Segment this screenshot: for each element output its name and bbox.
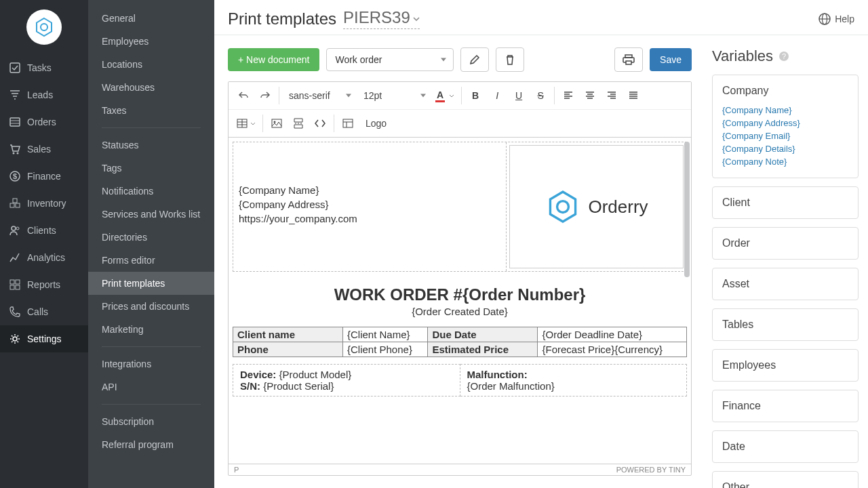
doc-device-table[interactable]: Device: {Product Model} S/N: {Product Se… — [233, 364, 687, 396]
layout-icon — [342, 119, 353, 128]
nav-calls[interactable]: Calls — [0, 298, 88, 325]
editor-canvas[interactable]: {Company Name} {Company Address} https:/… — [229, 138, 691, 464]
bold-button[interactable]: B — [465, 85, 486, 106]
svg-rect-25 — [626, 61, 631, 64]
variable-item[interactable]: {Company Details} — [722, 142, 848, 155]
doc-info-table[interactable]: Client name {Client Name} Due Date {Orde… — [233, 327, 687, 357]
nav-inventory[interactable]: Inventory — [0, 190, 88, 217]
subnav-print-templates[interactable]: Print templates — [88, 272, 214, 295]
var-group-employees[interactable]: Employees — [712, 349, 859, 382]
page-title: Print templates — [228, 9, 336, 28]
subnav-marketing[interactable]: Marketing — [88, 318, 214, 341]
chart-icon — [9, 252, 20, 263]
subnav-warehouses[interactable]: Warehouses — [88, 76, 214, 99]
var-group-date[interactable]: Date — [712, 430, 859, 463]
text-color-button[interactable]: A — [431, 85, 458, 106]
help-button[interactable]: Help — [818, 13, 854, 25]
code-icon — [315, 119, 326, 127]
svg-rect-16 — [16, 280, 20, 284]
subnav-forms-editor[interactable]: Forms editor — [88, 249, 214, 272]
subnav-directories[interactable]: Directories — [88, 226, 214, 249]
var-group-company[interactable]: Company{Company Name}{Company Address}{C… — [712, 75, 859, 178]
edit-button[interactable] — [460, 47, 489, 72]
doc-subtitle[interactable]: {Order Created Date} — [233, 306, 687, 317]
svg-rect-15 — [10, 280, 14, 284]
subnav-locations[interactable]: Locations — [88, 53, 214, 76]
logo-button[interactable]: Logo — [359, 113, 393, 134]
nav-finance[interactable]: $Finance — [0, 163, 88, 190]
doc-logo[interactable]: Orderry — [509, 145, 684, 268]
var-group-other[interactable]: Other — [712, 471, 859, 488]
print-button[interactable] — [614, 47, 643, 72]
align-center-button[interactable] — [579, 85, 601, 106]
status-powered: POWERED BY TINY — [616, 466, 686, 474]
variable-item[interactable]: {Company Note} — [722, 155, 848, 168]
subnav-prices-and-discounts[interactable]: Prices and discounts — [88, 295, 214, 318]
subnav-statuses[interactable]: Statuses — [88, 134, 214, 157]
nav-analytics[interactable]: Analytics — [0, 244, 88, 271]
var-group-asset[interactable]: Asset — [712, 268, 859, 300]
subnav-referral-program[interactable]: Referral program — [88, 433, 214, 456]
image-button[interactable] — [266, 113, 288, 134]
italic-button[interactable]: I — [486, 85, 508, 106]
scrollbar[interactable] — [684, 142, 690, 277]
nav-clients[interactable]: Clients — [0, 217, 88, 244]
hexagon-logo-icon — [33, 16, 55, 38]
page-break-button[interactable] — [288, 113, 309, 134]
variable-item[interactable]: {Company Email} — [722, 129, 848, 142]
subnav-taxes[interactable]: Taxes — [88, 99, 214, 122]
align-right-icon — [607, 92, 616, 100]
subnav-api[interactable]: API — [88, 375, 214, 399]
svg-point-6 — [13, 152, 15, 155]
nav-orders[interactable]: Orders — [0, 108, 88, 136]
location-selector[interactable]: PIERS39 — [343, 8, 420, 29]
new-document-button[interactable]: + New document — [228, 48, 319, 71]
status-path: P — [234, 466, 239, 474]
subnav-general[interactable]: General — [88, 7, 214, 30]
code-button[interactable] — [309, 113, 331, 134]
template-select[interactable]: Work order — [326, 48, 454, 71]
variable-item[interactable]: {Company Name} — [722, 104, 848, 117]
strikethrough-button[interactable]: S — [530, 85, 551, 106]
table-button[interactable] — [233, 113, 260, 134]
svg-rect-10 — [10, 203, 14, 207]
chevron-down-icon — [250, 122, 256, 125]
align-justify-button[interactable] — [623, 85, 644, 106]
undo-button[interactable] — [233, 85, 254, 106]
printer-icon — [623, 54, 635, 65]
var-group-client[interactable]: Client — [712, 186, 859, 219]
subnav-subscription[interactable]: Subscription — [88, 410, 214, 433]
variable-item[interactable]: {Company Address} — [722, 117, 848, 129]
users-icon — [9, 225, 20, 236]
editor-toolbar: sans-serif 12pt A B I U S — [229, 82, 691, 138]
font-family-select[interactable]: sans-serif — [282, 86, 357, 105]
table-icon — [237, 119, 248, 128]
delete-button[interactable] — [496, 47, 524, 72]
var-group-order[interactable]: Order — [712, 227, 859, 260]
underline-button[interactable]: U — [508, 85, 530, 106]
align-left-button[interactable] — [557, 85, 579, 106]
doc-title[interactable]: WORK ORDER #{Order Number} — [233, 285, 687, 304]
var-group-tables[interactable]: Tables — [712, 308, 859, 341]
svg-rect-17 — [10, 285, 14, 289]
align-right-button[interactable] — [601, 85, 623, 106]
image-icon — [271, 119, 282, 128]
redo-button[interactable] — [254, 85, 276, 106]
doc-company-block[interactable]: {Company Name} {Company Address} https:/… — [233, 142, 507, 271]
subnav-employees[interactable]: Employees — [88, 30, 214, 53]
font-size-select[interactable]: 12pt — [357, 86, 431, 105]
subnav-tags[interactable]: Tags — [88, 157, 214, 180]
nav-sales[interactable]: Sales — [0, 136, 88, 163]
subnav-notifications[interactable]: Notifications — [88, 180, 214, 203]
subnav-services-and-works-list[interactable]: Services and Works list — [88, 203, 214, 226]
help-circle-icon[interactable]: ? — [778, 51, 789, 62]
save-button[interactable]: Save — [650, 48, 692, 71]
layout-button[interactable] — [337, 113, 359, 134]
nav-leads[interactable]: Leads — [0, 81, 88, 108]
var-group-finance[interactable]: Finance — [712, 390, 859, 422]
subnav-integrations[interactable]: Integrations — [88, 352, 214, 375]
nav-settings[interactable]: Settings — [0, 325, 88, 352]
nav-tasks[interactable]: Tasks — [0, 54, 88, 81]
align-center-icon — [585, 92, 595, 100]
nav-reports[interactable]: Reports — [0, 271, 88, 298]
